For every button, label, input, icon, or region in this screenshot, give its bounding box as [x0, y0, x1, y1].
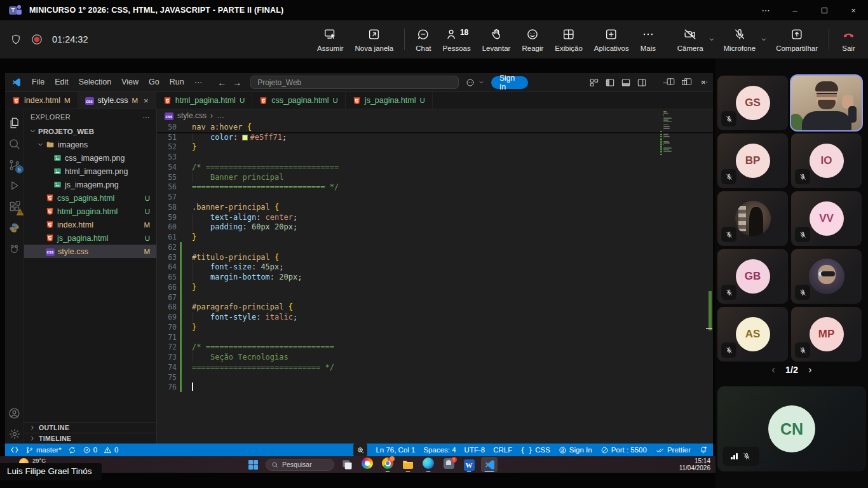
- vscode-signin-button[interactable]: Sign In: [491, 76, 528, 89]
- window-minimize-button[interactable]: –: [780, 0, 810, 20]
- window-more-button[interactable]: ⋯: [751, 0, 780, 20]
- status-git-branch[interactable]: master*: [25, 446, 62, 454]
- copilot-icon[interactable]: [465, 78, 475, 88]
- participant-tile-BP-2[interactable]: BP: [717, 133, 788, 188]
- tree-item-index-html[interactable]: index.htmlM: [24, 218, 156, 231]
- code-line-54[interactable]: 54/* =============================: [157, 162, 713, 172]
- toolbar-aplicativos-button[interactable]: Aplicativos: [588, 22, 635, 57]
- activity-python[interactable]: [5, 218, 24, 237]
- activity-accounts[interactable]: [5, 403, 24, 423]
- pager-prev-icon[interactable]: ‹: [771, 363, 775, 376]
- activity-extensions[interactable]: !: [5, 197, 24, 216]
- tree-item-html_pagina-html[interactable]: html_pagina.htmlU: [24, 205, 156, 218]
- editor-layout-icon[interactable]: [683, 77, 693, 86]
- participant-tile-video-1[interactable]: [791, 76, 862, 130]
- toolbar-sair-button[interactable]: Sair: [834, 22, 863, 57]
- code-line-69[interactable]: 69 font-style: italic;: [157, 312, 713, 322]
- code-line-76[interactable]: 76: [157, 383, 713, 393]
- menu-view[interactable]: View: [116, 78, 144, 87]
- pager-next-icon[interactable]: ›: [808, 363, 812, 376]
- tab-html_pagina-html[interactable]: html_pagina.htmlU: [156, 92, 253, 109]
- window-close-button[interactable]: ×: [839, 0, 868, 20]
- taskbar-file-explorer[interactable]: [400, 457, 416, 472]
- tree-item-style-css[interactable]: cssstyle.cssM: [24, 245, 156, 258]
- scrollbar-indicator[interactable]: [706, 328, 712, 329]
- taskbar-edge[interactable]: [420, 457, 437, 472]
- status-eol[interactable]: CRLF: [493, 446, 512, 454]
- command-center-search[interactable]: Projeto_Web: [250, 76, 459, 89]
- code-line-59[interactable]: 59 text-align: center;: [157, 212, 713, 222]
- toolbar-pessoas-button[interactable]: 18Pessoas: [437, 22, 477, 57]
- status-copilot-signin[interactable]: Sign In: [559, 446, 592, 454]
- participant-tile-IO-3[interactable]: IO: [791, 133, 862, 188]
- menu-[interactable]: ⋯: [189, 78, 208, 87]
- menu-run[interactable]: Run: [165, 78, 189, 87]
- microfone-options-chevron-icon[interactable]: [759, 22, 769, 57]
- menu-file[interactable]: File: [27, 78, 50, 87]
- menu-go[interactable]: Go: [144, 78, 165, 87]
- participant-tile-VV-5[interactable]: VV: [791, 191, 862, 246]
- toolbar-chat-button[interactable]: Chat: [410, 22, 437, 57]
- status-encoding[interactable]: UTF-8: [465, 446, 485, 454]
- code-line-72[interactable]: 72/* ============================: [157, 342, 713, 353]
- activity-settings[interactable]: [5, 424, 24, 444]
- activity-search[interactable]: [5, 134, 24, 153]
- taskbar-photos[interactable]: [359, 457, 376, 472]
- code-line-70[interactable]: 70}: [157, 322, 713, 332]
- toolbar-exibicao-button[interactable]: Exibição: [549, 22, 588, 57]
- toolbar-compartilhar-button[interactable]: Compartilhar: [770, 22, 824, 57]
- tree-item-css_imagem-png[interactable]: css_imagem.png: [24, 151, 156, 165]
- code-line-71[interactable]: 71: [157, 332, 713, 342]
- tab-style-css[interactable]: cssstyle.cssM×: [78, 92, 156, 109]
- code-line-51[interactable]: 51 color: #e5ff71;: [157, 132, 713, 142]
- window-maximize-button[interactable]: [810, 0, 839, 20]
- code-line-74[interactable]: 74============================ */: [157, 362, 713, 372]
- code-line-66[interactable]: 66}: [157, 282, 713, 292]
- minimap[interactable]: [663, 111, 685, 156]
- toolbar-mais-button[interactable]: Mais: [635, 22, 661, 57]
- status-warnings[interactable]: 0: [104, 446, 118, 454]
- tab-js_pagina-html[interactable]: js_pagina.htmlU: [346, 92, 433, 109]
- taskbar-word[interactable]: W: [461, 457, 477, 472]
- participant-tile-AS-8[interactable]: AS: [717, 307, 788, 362]
- tree-item-PROJETO_WEB[interactable]: PROJETO_WEB: [24, 125, 156, 138]
- menu-selection[interactable]: Selection: [74, 78, 116, 87]
- status-live-server-port[interactable]: Port : 5500: [600, 446, 647, 454]
- code-area[interactable]: 50nav a:hover {51 color: #e5ff71;52}5354…: [157, 122, 713, 444]
- tab-index-html[interactable]: index.htmlM: [5, 92, 78, 109]
- status-cursor-position[interactable]: Ln 76, Col 1: [376, 446, 415, 454]
- toolbar-reagir-button[interactable]: Reagir: [516, 22, 549, 57]
- taskbar-clock[interactable]: 15:14 11/04/2026: [679, 458, 710, 471]
- code-line-62[interactable]: 62: [157, 242, 713, 252]
- copilot-chevron-icon[interactable]: [478, 79, 485, 86]
- code-line-50[interactable]: 50nav a:hover {: [157, 122, 713, 132]
- participant-tile-GS-0[interactable]: GS: [717, 76, 788, 130]
- code-line-60[interactable]: 60 padding: 60px 20px;: [157, 222, 713, 233]
- code-line-52[interactable]: 52}: [157, 142, 713, 152]
- tree-item-js_pagina-html[interactable]: js_pagina.htmlU: [24, 231, 156, 245]
- code-line-55[interactable]: 55 Banner principal: [157, 172, 713, 182]
- code-line-65[interactable]: 65 margin-bottom: 20px;: [157, 272, 713, 282]
- status-errors[interactable]: 0: [83, 446, 97, 454]
- tree-item-imagens[interactable]: imagens: [24, 138, 156, 151]
- tab-css_pagina-html[interactable]: css_pagina.htmlU: [252, 92, 346, 109]
- taskbar-notification-app[interactable]: !: [440, 457, 457, 472]
- status-notifications[interactable]: [699, 445, 708, 454]
- tree-item-css_pagina-html[interactable]: css_pagina.htmlU: [24, 191, 156, 205]
- participant-tile-GB-6[interactable]: GB: [717, 249, 788, 304]
- toolbar-nova-janela-button[interactable]: Nova janela: [349, 22, 400, 57]
- status-indentation[interactable]: Spaces: 4: [423, 446, 456, 454]
- activity-run-debug[interactable]: [5, 176, 24, 195]
- split-editor-icon[interactable]: [666, 77, 675, 86]
- code-line-64[interactable]: 64 font-size: 45px;: [157, 262, 713, 273]
- code-line-63[interactable]: 63#titulo-principal {: [157, 252, 713, 262]
- start-button[interactable]: [245, 457, 261, 472]
- tree-item-html_imagem-png[interactable]: html_imagem.png: [24, 165, 156, 178]
- taskbar-search[interactable]: Pesquisar: [266, 459, 334, 471]
- code-line-61[interactable]: 61}: [157, 232, 713, 242]
- code-line-67[interactable]: 67: [157, 292, 713, 302]
- taskbar-chrome[interactable]: [379, 457, 396, 472]
- forward-button[interactable]: →: [233, 78, 241, 88]
- status-language-mode[interactable]: { }CSS: [520, 446, 550, 454]
- panel-timeline[interactable]: TIMELINE: [24, 433, 156, 444]
